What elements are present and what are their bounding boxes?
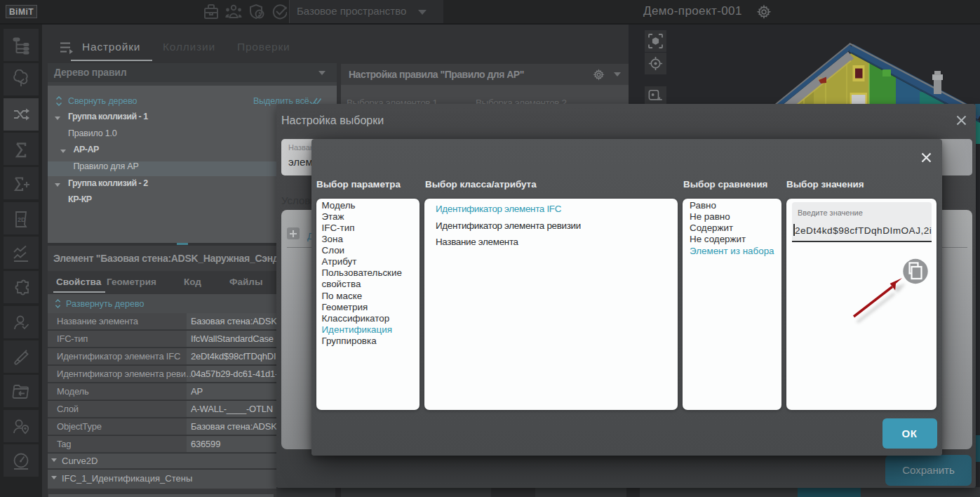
svg-text:2D: 2D xyxy=(18,216,26,223)
